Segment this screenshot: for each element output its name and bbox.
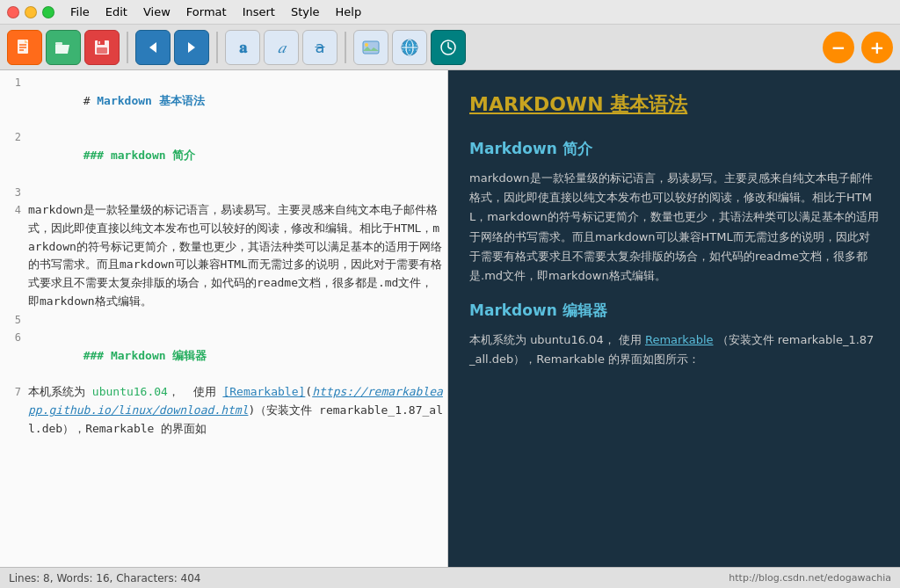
line-number: 2 <box>4 128 21 183</box>
menu-bar: File Edit View Format Insert Style Help <box>63 4 368 20</box>
svg-rect-8 <box>98 41 100 44</box>
svg-rect-9 <box>97 47 107 54</box>
preview-content-2: 本机系统为 ubuntu16.04， 使用 Remarkable （安装文件 r… <box>469 330 879 369</box>
preview-heading-2: Markdown 编辑器 <box>469 298 879 323</box>
italic-button[interactable]: 𝑎 <box>264 30 299 65</box>
menu-insert[interactable]: Insert <box>236 4 282 20</box>
editor-line: 2 ### markdown 简介 <box>0 128 447 183</box>
svg-rect-5 <box>55 42 62 45</box>
separator-2 <box>216 32 218 63</box>
svg-rect-12 <box>363 41 379 54</box>
line-number: 5 <box>4 311 21 329</box>
remarkable-link[interactable]: [Remarkable] <box>222 385 305 398</box>
preview-title: MARKDOWN 基本语法 <box>469 88 879 120</box>
line-content: 本机系统为 ubuntu16.04， 使用 [Remarkable](https… <box>28 383 444 438</box>
bold-button[interactable]: 𝐚 <box>225 30 260 65</box>
preview-pane: MARKDOWN 基本语法 Markdown 简介 markdown是一款轻量级… <box>448 70 900 567</box>
line-number: 4 <box>4 201 21 311</box>
preview-content-1: markdown是一款轻量级的标记语言，易读易写。主要灵感来自纯文本电子邮件格式… <box>469 169 879 286</box>
editor-line: 4 markdown是一款轻量级的标记语言，易读易写。主要灵感来自纯文本电子邮件… <box>0 201 447 311</box>
line-number: 3 <box>4 184 21 201</box>
zoom-in-button[interactable]: + <box>861 32 893 63</box>
editor-line: 5 <box>0 311 447 329</box>
titlebar: File Edit View Format Insert Style Help <box>0 0 900 25</box>
close-button[interactable] <box>7 6 19 18</box>
status-left: Lines: 8, Words: 16, Characters: 404 <box>9 572 201 584</box>
menu-view[interactable]: View <box>136 4 178 20</box>
zoom-out-button[interactable]: − <box>823 32 854 63</box>
open-button[interactable] <box>46 30 81 65</box>
main-area: 1 # Markdown 基本语法 2 ### markdown 简介 3 4 … <box>0 70 900 567</box>
link-button[interactable] <box>392 30 427 65</box>
forward-button[interactable] <box>174 30 209 65</box>
line-content: markdown是一款轻量级的标记语言，易读易写。主要灵感来自纯文本电子邮件格式… <box>28 201 444 311</box>
editor-line: 3 <box>0 184 447 201</box>
status-bar: Lines: 8, Words: 16, Characters: 404 htt… <box>0 567 900 588</box>
line-content <box>28 184 444 201</box>
image-button[interactable] <box>353 30 388 65</box>
menu-format[interactable]: Format <box>179 4 234 20</box>
toolbar: 𝐚 𝑎 a − + <box>0 25 900 70</box>
separator-1 <box>127 32 128 63</box>
maximize-button[interactable] <box>42 6 54 18</box>
svg-line-21 <box>448 47 452 49</box>
editor-line: 6 ### Markdown 编辑器 <box>0 329 447 383</box>
menu-edit[interactable]: Edit <box>98 4 134 20</box>
svg-marker-11 <box>188 42 195 53</box>
menu-style[interactable]: Style <box>284 4 327 20</box>
line-content: # Markdown 基本语法 <box>28 74 444 128</box>
status-right: http://blog.csdn.net/edogawachia <box>729 572 891 584</box>
line-content <box>28 311 444 329</box>
time-button[interactable] <box>431 30 466 65</box>
svg-point-13 <box>365 43 368 47</box>
line-number: 1 <box>4 74 21 128</box>
separator-3 <box>345 32 346 63</box>
editor-line: 7 本机系统为 ubuntu16.04， 使用 [Remarkable](htt… <box>0 383 447 438</box>
preview-heading-1: Markdown 简介 <box>469 136 879 162</box>
menu-file[interactable]: File <box>63 4 97 20</box>
back-button[interactable] <box>135 30 171 65</box>
svg-marker-10 <box>149 42 156 53</box>
remarkable-preview-link[interactable]: Remarkable <box>645 333 714 346</box>
line-content: ### markdown 简介 <box>28 128 444 183</box>
editor-pane[interactable]: 1 # Markdown 基本语法 2 ### markdown 简介 3 4 … <box>0 70 448 567</box>
line-number: 7 <box>4 383 21 438</box>
editor-line: 1 # Markdown 基本语法 <box>0 74 447 128</box>
line-content: ### Markdown 编辑器 <box>28 329 444 383</box>
strike-button[interactable]: a <box>302 30 338 65</box>
minimize-button[interactable] <box>25 6 37 18</box>
save-button[interactable] <box>84 30 120 65</box>
line-number: 6 <box>4 329 21 383</box>
window-controls <box>7 6 54 18</box>
menu-help[interactable]: Help <box>329 4 369 20</box>
new-button[interactable] <box>7 30 42 65</box>
